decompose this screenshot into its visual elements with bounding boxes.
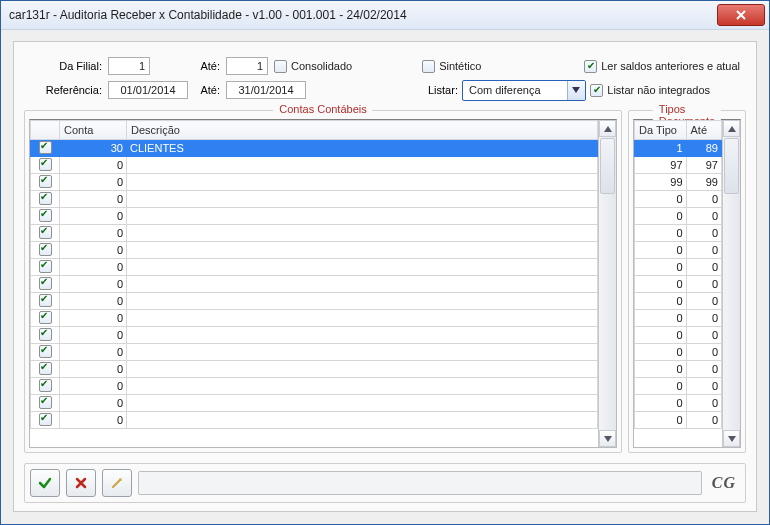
cell-da-tipo[interactable]: 0 bbox=[635, 242, 687, 259]
cell-conta[interactable]: 0 bbox=[60, 378, 127, 395]
cell-descricao[interactable] bbox=[127, 157, 598, 174]
table-row[interactable]: 00 bbox=[635, 276, 722, 293]
contas-grid[interactable]: Conta Descrição 30CLIENTES00000000000000… bbox=[30, 120, 598, 447]
scroll-up-icon[interactable] bbox=[723, 120, 740, 137]
table-row[interactable]: 00 bbox=[635, 378, 722, 395]
cell-descricao[interactable] bbox=[127, 293, 598, 310]
table-row[interactable]: 9797 bbox=[635, 157, 722, 174]
cell-ate-tipo[interactable]: 89 bbox=[686, 140, 721, 157]
cell-ate-tipo[interactable]: 0 bbox=[686, 225, 721, 242]
table-row[interactable]: 0 bbox=[31, 293, 598, 310]
cell-ate-tipo[interactable]: 0 bbox=[686, 395, 721, 412]
cell-da-tipo[interactable]: 0 bbox=[635, 395, 687, 412]
cancel-button[interactable] bbox=[66, 469, 96, 497]
cell-conta[interactable]: 0 bbox=[60, 412, 127, 429]
table-row[interactable]: 0 bbox=[31, 276, 598, 293]
scroll-thumb[interactable] bbox=[600, 138, 615, 194]
cell-descricao[interactable] bbox=[127, 191, 598, 208]
cell-conta[interactable]: 0 bbox=[60, 225, 127, 242]
table-row[interactable]: 9999 bbox=[635, 174, 722, 191]
tipos-scrollbar[interactable] bbox=[722, 120, 740, 447]
cell-descricao[interactable] bbox=[127, 259, 598, 276]
cell-ate-tipo[interactable]: 0 bbox=[686, 276, 721, 293]
cell-da-tipo[interactable]: 0 bbox=[635, 208, 687, 225]
cell-descricao[interactable] bbox=[127, 395, 598, 412]
cell-conta[interactable]: 0 bbox=[60, 344, 127, 361]
cell-conta[interactable]: 0 bbox=[60, 395, 127, 412]
ate-referencia-input[interactable]: 31/01/2014 bbox=[226, 81, 306, 99]
cell-descricao[interactable] bbox=[127, 225, 598, 242]
row-checkbox[interactable] bbox=[31, 395, 60, 412]
referencia-input[interactable]: 01/01/2014 bbox=[108, 81, 188, 99]
table-row[interactable]: 0 bbox=[31, 412, 598, 429]
cell-conta[interactable]: 0 bbox=[60, 327, 127, 344]
cell-ate-tipo[interactable]: 0 bbox=[686, 310, 721, 327]
cell-da-tipo[interactable]: 0 bbox=[635, 361, 687, 378]
table-row[interactable]: 00 bbox=[635, 412, 722, 429]
close-button[interactable] bbox=[717, 4, 765, 26]
col-ate-tipo[interactable]: Até bbox=[686, 121, 721, 140]
cell-da-tipo[interactable]: 0 bbox=[635, 276, 687, 293]
cell-descricao[interactable] bbox=[127, 208, 598, 225]
sintetico-checkbox[interactable]: Sintético bbox=[422, 60, 481, 73]
row-checkbox[interactable] bbox=[31, 174, 60, 191]
ler-saldos-checkbox[interactable]: Ler saldos anteriores e atual bbox=[584, 60, 740, 73]
table-row[interactable]: 0 bbox=[31, 242, 598, 259]
cell-conta[interactable]: 0 bbox=[60, 293, 127, 310]
table-row[interactable]: 00 bbox=[635, 293, 722, 310]
table-row[interactable]: 189 bbox=[635, 140, 722, 157]
da-filial-input[interactable]: 1 bbox=[108, 57, 150, 75]
cell-conta[interactable]: 0 bbox=[60, 361, 127, 378]
cell-ate-tipo[interactable]: 0 bbox=[686, 208, 721, 225]
cell-da-tipo[interactable]: 0 bbox=[635, 327, 687, 344]
cell-ate-tipo[interactable]: 0 bbox=[686, 344, 721, 361]
row-checkbox[interactable] bbox=[31, 344, 60, 361]
col-da-tipo[interactable]: Da Tipo bbox=[635, 121, 687, 140]
cell-descricao[interactable] bbox=[127, 412, 598, 429]
ate-filial-input[interactable]: 1 bbox=[226, 57, 268, 75]
cell-ate-tipo[interactable]: 99 bbox=[686, 174, 721, 191]
cell-da-tipo[interactable]: 0 bbox=[635, 225, 687, 242]
cell-da-tipo[interactable]: 99 bbox=[635, 174, 687, 191]
col-conta[interactable]: Conta bbox=[60, 121, 127, 140]
col-check[interactable] bbox=[31, 121, 60, 140]
contas-scrollbar[interactable] bbox=[598, 120, 616, 447]
cell-descricao[interactable] bbox=[127, 378, 598, 395]
cell-da-tipo[interactable]: 0 bbox=[635, 191, 687, 208]
cell-ate-tipo[interactable]: 0 bbox=[686, 327, 721, 344]
row-checkbox[interactable] bbox=[31, 361, 60, 378]
cell-conta[interactable]: 0 bbox=[60, 174, 127, 191]
cell-descricao[interactable] bbox=[127, 242, 598, 259]
row-checkbox[interactable] bbox=[31, 259, 60, 276]
table-row[interactable]: 00 bbox=[635, 225, 722, 242]
row-checkbox[interactable] bbox=[31, 140, 60, 157]
table-row[interactable]: 00 bbox=[635, 395, 722, 412]
consolidado-checkbox[interactable]: Consolidado bbox=[274, 60, 352, 73]
table-row[interactable]: 0 bbox=[31, 174, 598, 191]
table-row[interactable]: 00 bbox=[635, 310, 722, 327]
cell-ate-tipo[interactable]: 0 bbox=[686, 242, 721, 259]
table-row[interactable]: 00 bbox=[635, 191, 722, 208]
table-row[interactable]: 0 bbox=[31, 259, 598, 276]
table-row[interactable]: 0 bbox=[31, 395, 598, 412]
cell-da-tipo[interactable]: 0 bbox=[635, 378, 687, 395]
table-row[interactable]: 00 bbox=[635, 361, 722, 378]
cell-conta[interactable]: 0 bbox=[60, 191, 127, 208]
tipos-grid[interactable]: Da Tipo Até 1899797999900000000000000000… bbox=[634, 120, 722, 447]
cell-descricao[interactable] bbox=[127, 310, 598, 327]
cell-conta[interactable]: 0 bbox=[60, 259, 127, 276]
row-checkbox[interactable] bbox=[31, 242, 60, 259]
cell-conta[interactable]: 0 bbox=[60, 276, 127, 293]
cell-da-tipo[interactable]: 97 bbox=[635, 157, 687, 174]
cell-da-tipo[interactable]: 0 bbox=[635, 344, 687, 361]
listar-combobox[interactable]: Com diferença bbox=[462, 80, 586, 101]
scroll-down-icon[interactable] bbox=[599, 430, 616, 447]
col-descricao[interactable]: Descrição bbox=[127, 121, 598, 140]
table-row[interactable]: 00 bbox=[635, 344, 722, 361]
table-row[interactable]: 00 bbox=[635, 242, 722, 259]
cell-conta[interactable]: 0 bbox=[60, 208, 127, 225]
row-checkbox[interactable] bbox=[31, 276, 60, 293]
cell-descricao[interactable] bbox=[127, 327, 598, 344]
row-checkbox[interactable] bbox=[31, 157, 60, 174]
confirm-button[interactable] bbox=[30, 469, 60, 497]
